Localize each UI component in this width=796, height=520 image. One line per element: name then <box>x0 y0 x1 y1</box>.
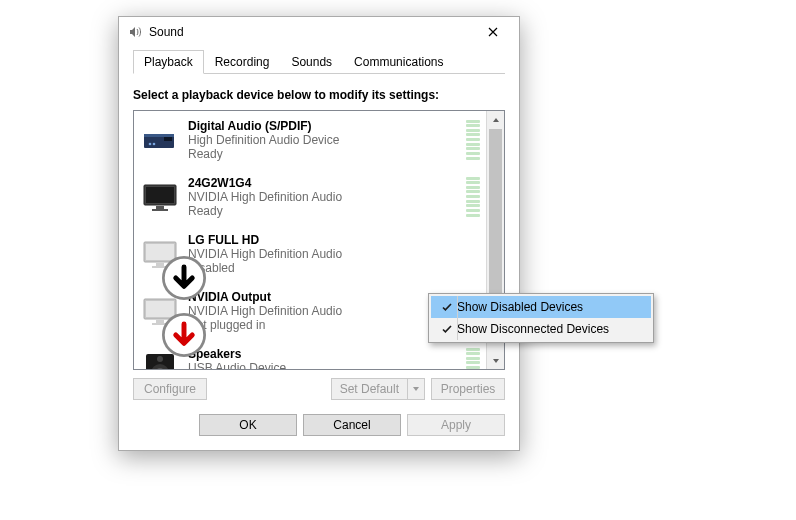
svg-rect-1 <box>144 134 174 137</box>
device-texts: Digital Audio (S/PDIF)High Definition Au… <box>188 119 460 161</box>
device-status: Disabled <box>188 261 460 275</box>
close-button[interactable] <box>471 18 515 46</box>
device-status: Not plugged in <box>188 318 460 332</box>
menu-gutter <box>457 296 458 340</box>
chevron-down-icon[interactable] <box>407 379 424 399</box>
svg-rect-6 <box>146 187 174 203</box>
check-icon <box>437 301 457 313</box>
device-texts: NVIDIA OutputNVIDIA High Definition Audi… <box>188 290 460 332</box>
device-item[interactable]: 24G2W1G4NVIDIA High Definition AudioRead… <box>134 168 486 225</box>
device-icon <box>138 175 182 219</box>
device-subtitle: USB Audio Device <box>188 361 460 370</box>
device-name: LG FULL HD <box>188 233 460 247</box>
device-subtitle: NVIDIA High Definition Audio <box>188 190 460 204</box>
scroll-up-button[interactable] <box>487 111 504 128</box>
properties-button[interactable]: Properties <box>431 378 505 400</box>
sound-dialog: Sound Playback Recording Sounds Communic… <box>118 16 520 451</box>
status-badge-icon <box>162 256 178 272</box>
instruction-text: Select a playback device below to modify… <box>133 88 505 102</box>
device-item[interactable]: LG FULL HDNVIDIA High Definition AudioDi… <box>134 225 486 282</box>
device-subtitle: NVIDIA High Definition Audio <box>188 304 460 318</box>
device-icon <box>138 289 182 333</box>
svg-rect-4 <box>164 137 172 141</box>
level-meter <box>466 120 480 160</box>
svg-point-23 <box>157 356 163 362</box>
context-menu-item[interactable]: Show Disabled Devices <box>431 296 651 318</box>
configure-button[interactable]: Configure <box>133 378 207 400</box>
svg-rect-7 <box>156 206 164 209</box>
title-bar: Sound <box>119 17 519 47</box>
context-menu: Show Disabled DevicesShow Disconnected D… <box>428 293 654 343</box>
device-icon <box>138 346 182 370</box>
device-name: NVIDIA Output <box>188 290 460 304</box>
tab-playback[interactable]: Playback <box>133 50 204 74</box>
apply-button[interactable]: Apply <box>407 414 505 436</box>
device-icon <box>138 118 182 162</box>
device-texts: 24G2W1G4NVIDIA High Definition AudioRead… <box>188 176 460 218</box>
device-item[interactable]: Digital Audio (S/PDIF)High Definition Au… <box>134 111 486 168</box>
context-menu-label: Show Disconnected Devices <box>457 322 637 336</box>
device-status: Ready <box>188 204 460 218</box>
check-icon <box>437 323 457 335</box>
level-meter <box>466 177 480 217</box>
status-badge-icon <box>162 313 178 329</box>
device-name: Digital Audio (S/PDIF) <box>188 119 460 133</box>
device-status: Ready <box>188 147 460 161</box>
context-menu-item[interactable]: Show Disconnected Devices <box>431 318 651 340</box>
tab-strip: Playback Recording Sounds Communications <box>133 49 505 74</box>
tab-sounds[interactable]: Sounds <box>280 50 343 74</box>
set-default-label: Set Default <box>332 379 407 399</box>
device-icon <box>138 232 182 276</box>
device-subtitle: NVIDIA High Definition Audio <box>188 247 460 261</box>
svg-point-2 <box>149 142 152 145</box>
device-name: Speakers <box>188 347 460 361</box>
device-name: 24G2W1G4 <box>188 176 460 190</box>
svg-rect-8 <box>152 209 168 211</box>
sound-icon <box>127 24 143 40</box>
ok-button[interactable]: OK <box>199 414 297 436</box>
tab-communications[interactable]: Communications <box>343 50 454 74</box>
context-menu-label: Show Disabled Devices <box>457 300 637 314</box>
device-texts: LG FULL HDNVIDIA High Definition AudioDi… <box>188 233 460 275</box>
tab-recording[interactable]: Recording <box>204 50 281 74</box>
level-meter <box>466 348 480 370</box>
set-default-button[interactable]: Set Default <box>331 378 425 400</box>
device-subtitle: High Definition Audio Device <box>188 133 460 147</box>
svg-point-3 <box>153 142 156 145</box>
window-title: Sound <box>149 25 471 39</box>
cancel-button[interactable]: Cancel <box>303 414 401 436</box>
scroll-down-button[interactable] <box>487 352 504 369</box>
device-texts: SpeakersUSB Audio DeviceDefault Device <box>188 347 460 370</box>
